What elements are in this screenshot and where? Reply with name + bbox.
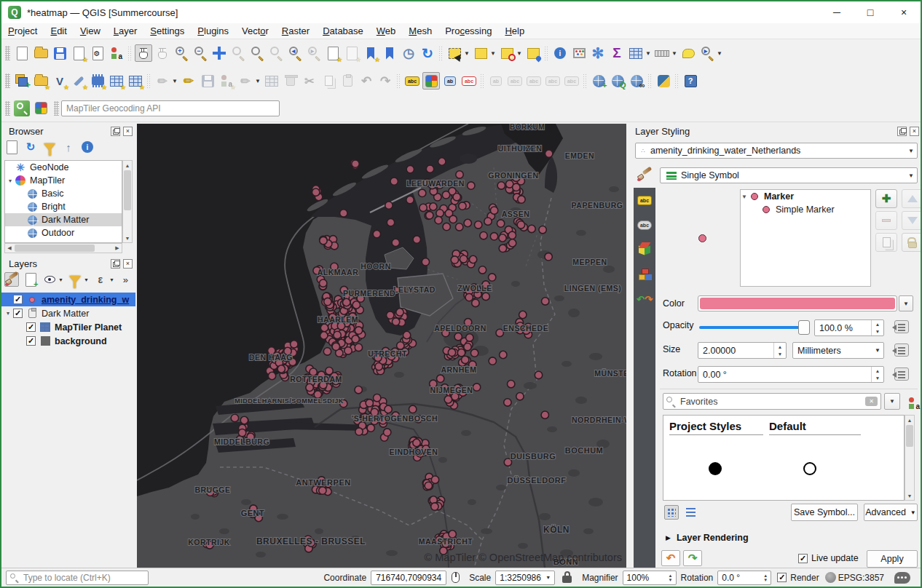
sum-icon[interactable]: Σ	[608, 44, 626, 62]
layout-manager-icon[interactable]: ★	[70, 44, 87, 62]
magnifier-spinbox[interactable]: 100%▲▼	[623, 571, 677, 585]
opacity-slider-handle[interactable]	[798, 320, 810, 335]
add-spatialite-layer-icon[interactable]: ★	[70, 72, 87, 90]
mouse-position-icon[interactable]	[452, 572, 460, 583]
menu-raster[interactable]: Raster	[275, 25, 316, 36]
history-tab-icon[interactable]: ↶↷	[634, 287, 655, 311]
epsg-status[interactable]: EPSG:3857	[838, 573, 884, 583]
remove-symbol-layer-button[interactable]	[875, 211, 897, 230]
add-symbol-layer-button[interactable]: ✚	[875, 189, 897, 208]
save-symbol-button[interactable]: Save Symbol...	[791, 504, 858, 521]
map-canvas[interactable]: BORKUMUITHUIZENEMDENGRONINGENLEEUWARDENP…	[137, 124, 626, 568]
list-view-button[interactable]	[683, 505, 698, 520]
layer-styling-icon[interactable]	[422, 72, 440, 90]
python-console-icon[interactable]	[655, 72, 672, 90]
menu-project[interactable]: Project	[1, 25, 44, 36]
layer-item-amenity_drinking_w[interactable]: ✓amenity_drinking_w	[1, 293, 135, 306]
collapse-all-icon[interactable]: ↑	[61, 140, 76, 154]
bookmark-new-icon[interactable]	[381, 44, 398, 62]
opacity-slider[interactable]	[699, 326, 807, 329]
pan-map-icon[interactable]	[135, 44, 152, 62]
3d-view-tab-icon[interactable]	[634, 237, 655, 262]
redo-style-button[interactable]: ↷	[683, 550, 702, 566]
browser-item-basic[interactable]: Basic	[5, 187, 122, 200]
current-edits-icon[interactable]: ✏	[154, 72, 171, 90]
rotation-spinbox[interactable]: 0.00 °▲▼	[698, 366, 884, 383]
styling-layer-select[interactable]: ∴ amenity_drinking_water_Netherlands▼	[635, 143, 918, 159]
menu-processing[interactable]: Processing	[438, 25, 498, 36]
undo-style-button[interactable]: ↶	[661, 550, 680, 566]
labels-tab-icon[interactable]: abc	[634, 188, 655, 212]
symbol-tree-marker-row[interactable]: ▼ Marker	[741, 190, 870, 203]
maptiler-icon[interactable]	[32, 100, 50, 117]
menu-settings[interactable]: Settings	[143, 25, 191, 36]
labeling-icon[interactable]: abc	[403, 72, 421, 90]
styling-float-icon[interactable]	[897, 127, 907, 136]
project-new-icon[interactable]	[13, 44, 31, 62]
default-style-circle-symbol[interactable]	[803, 462, 816, 475]
pan-to-selection-icon[interactable]	[154, 44, 171, 62]
measure-icon[interactable]	[653, 44, 671, 62]
messages-icon[interactable]	[894, 572, 910, 584]
delete-selected-icon[interactable]	[282, 72, 299, 90]
move-down-button[interactable]	[902, 211, 922, 230]
identify-icon[interactable]: i	[551, 44, 569, 62]
color-dropdown-button[interactable]: ▼	[899, 295, 913, 311]
maximize-button[interactable]: □	[854, 1, 887, 23]
symbol-type-select[interactable]: Single Symbol▼	[660, 167, 918, 183]
favorites-dropdown-button[interactable]: ▼	[884, 393, 900, 410]
styling-symbology-tab-icon[interactable]	[636, 166, 653, 183]
locator-input[interactable]: Type to locate (Ctrl+K)	[6, 571, 149, 585]
menu-edit[interactable]: Edit	[44, 25, 73, 36]
label-move-icon[interactable]: abc	[525, 72, 543, 90]
help-icon[interactable]: ?	[682, 72, 699, 90]
scale-select[interactable]: 1:3250986▼	[495, 571, 555, 585]
filter-expression-icon[interactable]: ε	[93, 272, 108, 287]
datasource-manager-icon[interactable]: +	[13, 72, 31, 90]
project-save-icon[interactable]	[51, 44, 68, 62]
menu-plugins[interactable]: Plugins	[191, 25, 235, 36]
opacity-spinbox[interactable]: 100.0 %▲▼	[814, 319, 884, 336]
select-by-location-icon[interactable]	[524, 44, 542, 62]
menu-web[interactable]: Web	[370, 25, 403, 36]
rotation-spinbox[interactable]: 0.0 °▲▼	[717, 571, 771, 585]
zoom-full-icon[interactable]	[210, 44, 228, 62]
label-pin-icon[interactable]: ab	[441, 72, 459, 90]
browser-item-maptiler[interactable]: ▾MapTiler	[5, 174, 122, 187]
toggle-editing-icon[interactable]: ✏	[180, 72, 197, 90]
layers-float-icon[interactable]	[111, 259, 120, 269]
processing-icon[interactable]: ✻	[589, 44, 607, 62]
minimize-button[interactable]: ─	[820, 1, 854, 23]
browser-close-icon[interactable]: ×	[123, 127, 133, 136]
menu-mesh[interactable]: Mesh	[402, 25, 438, 36]
geocoding-search-input[interactable]: MapTiler Geocoding API	[61, 100, 280, 116]
duplicate-symbol-layer-button[interactable]	[875, 233, 897, 252]
layers-overflow-button[interactable]: »	[123, 274, 128, 285]
advanced-button[interactable]: Advanced▼	[864, 504, 918, 521]
attribute-table-icon[interactable]	[627, 44, 645, 62]
lock-color-button[interactable]	[902, 233, 922, 252]
map-tips-icon[interactable]	[679, 44, 697, 62]
modify-attributes-icon[interactable]	[263, 72, 280, 90]
browser-vertical-scrollbar[interactable]: ▲▼	[122, 160, 133, 243]
rotation-data-defined-icon[interactable]	[894, 368, 909, 381]
add-postgis-layer-icon[interactable]: ★	[89, 72, 106, 90]
layer-item-background[interactable]: ✓background	[1, 334, 135, 348]
label-show-hide-icon[interactable]: abc	[506, 72, 524, 90]
styling-close-icon[interactable]: ×	[910, 127, 919, 136]
style-manager-icon[interactable]: a	[108, 44, 125, 62]
project-style-dot-symbol[interactable]	[709, 462, 722, 475]
size-unit-select[interactable]: Millimeters▼	[792, 342, 884, 359]
layer-item-dark-matter[interactable]: ▾✓Dark Matter	[1, 306, 135, 320]
coordinate-value[interactable]: 716740,7090934	[371, 571, 446, 585]
filter-browser-icon[interactable]	[42, 140, 57, 154]
size-spinbox[interactable]: 2.00000▲▼	[698, 342, 787, 359]
open-layer-styling-icon[interactable]	[4, 272, 19, 287]
zoom-out-icon[interactable]: −	[192, 44, 209, 62]
label-edit-icon[interactable]: abc	[563, 72, 580, 90]
close-button[interactable]: ×	[887, 1, 921, 23]
undo-icon[interactable]: ↶	[358, 72, 375, 90]
favorites-search-input[interactable]: Favorites ✕	[663, 393, 881, 410]
geocoder-locator-icon[interactable]	[13, 100, 31, 117]
label-rotate-icon[interactable]: abc	[544, 72, 562, 90]
